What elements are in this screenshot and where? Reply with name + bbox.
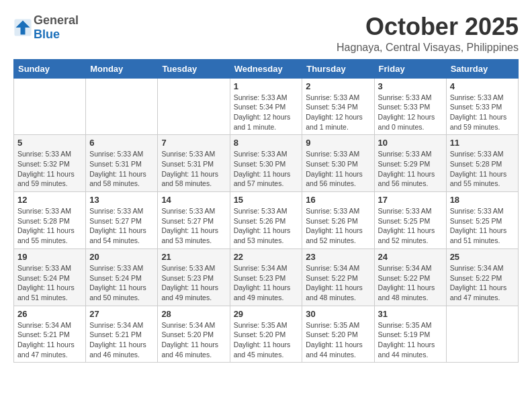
day-number: 26: [17, 309, 82, 319]
calendar-cell: 18Sunrise: 5:33 AM Sunset: 5:25 PM Dayli…: [446, 192, 518, 249]
day-number: 28: [161, 309, 226, 319]
calendar-cell: 21Sunrise: 5:33 AM Sunset: 5:23 PM Dayli…: [158, 248, 230, 306]
day-number: 9: [306, 138, 370, 148]
day-number: 7: [161, 138, 226, 148]
day-info: Sunrise: 5:33 AM Sunset: 5:30 PM Dayligh…: [306, 149, 370, 189]
day-info: Sunrise: 5:34 AM Sunset: 5:23 PM Dayligh…: [234, 263, 299, 303]
day-info: Sunrise: 5:35 AM Sunset: 5:19 PM Dayligh…: [378, 320, 443, 360]
day-number: 2: [306, 81, 370, 91]
day-info: Sunrise: 5:33 AM Sunset: 5:31 PM Dayligh…: [89, 149, 154, 189]
calendar-cell: 22Sunrise: 5:34 AM Sunset: 5:23 PM Dayli…: [230, 248, 302, 306]
calendar-cell: 30Sunrise: 5:35 AM Sunset: 5:20 PM Dayli…: [302, 306, 374, 363]
calendar-cell: 1Sunrise: 5:33 AM Sunset: 5:34 PM Daylig…: [230, 78, 302, 135]
day-info: Sunrise: 5:33 AM Sunset: 5:24 PM Dayligh…: [17, 263, 82, 303]
day-number: 18: [450, 195, 515, 205]
day-number: 11: [450, 138, 515, 148]
header-wednesday: Wednesday: [230, 59, 302, 78]
calendar-cell: 13Sunrise: 5:33 AM Sunset: 5:27 PM Dayli…: [86, 192, 158, 249]
calendar-cell: 27Sunrise: 5:34 AM Sunset: 5:21 PM Dayli…: [86, 306, 158, 363]
day-number: 16: [306, 195, 370, 205]
header-monday: Monday: [86, 59, 158, 78]
day-number: 5: [17, 138, 82, 148]
day-info: Sunrise: 5:34 AM Sunset: 5:20 PM Dayligh…: [161, 320, 226, 360]
day-info: Sunrise: 5:34 AM Sunset: 5:22 PM Dayligh…: [306, 263, 370, 303]
header: General Blue October 2025 Hagnaya, Centr…: [13, 13, 519, 54]
day-number: 30: [306, 309, 370, 319]
month-title: October 2025: [337, 13, 519, 40]
calendar-cell: 16Sunrise: 5:33 AM Sunset: 5:26 PM Dayli…: [302, 192, 374, 249]
day-number: 15: [234, 195, 299, 205]
day-info: Sunrise: 5:35 AM Sunset: 5:20 PM Dayligh…: [234, 320, 299, 360]
day-info: Sunrise: 5:34 AM Sunset: 5:22 PM Dayligh…: [450, 263, 515, 303]
calendar-cell: 11Sunrise: 5:33 AM Sunset: 5:28 PM Dayli…: [446, 135, 518, 192]
logo-blue-text: Blue: [34, 28, 60, 41]
day-info: Sunrise: 5:33 AM Sunset: 5:34 PM Dayligh…: [306, 93, 370, 132]
calendar-cell: 8Sunrise: 5:33 AM Sunset: 5:30 PM Daylig…: [230, 135, 302, 192]
day-info: Sunrise: 5:33 AM Sunset: 5:33 PM Dayligh…: [450, 93, 515, 132]
header-thursday: Thursday: [302, 59, 374, 78]
calendar-cell: 23Sunrise: 5:34 AM Sunset: 5:22 PM Dayli…: [302, 248, 374, 306]
calendar-cell: 26Sunrise: 5:34 AM Sunset: 5:21 PM Dayli…: [14, 306, 86, 363]
day-info: Sunrise: 5:33 AM Sunset: 5:29 PM Dayligh…: [378, 149, 443, 189]
day-number: 29: [234, 309, 299, 319]
day-number: 24: [378, 252, 443, 262]
calendar-cell: 17Sunrise: 5:33 AM Sunset: 5:25 PM Dayli…: [374, 192, 446, 249]
calendar-cell: 15Sunrise: 5:33 AM Sunset: 5:26 PM Dayli…: [230, 192, 302, 249]
day-info: Sunrise: 5:33 AM Sunset: 5:32 PM Dayligh…: [17, 149, 82, 189]
day-number: 10: [378, 138, 443, 148]
calendar-cell: 7Sunrise: 5:33 AM Sunset: 5:31 PM Daylig…: [158, 135, 230, 192]
day-number: 19: [17, 252, 82, 262]
calendar-cell: 3Sunrise: 5:33 AM Sunset: 5:33 PM Daylig…: [374, 78, 446, 135]
day-info: Sunrise: 5:33 AM Sunset: 5:26 PM Dayligh…: [234, 206, 299, 246]
calendar-week-row: 26Sunrise: 5:34 AM Sunset: 5:21 PM Dayli…: [14, 306, 519, 363]
day-number: 14: [161, 195, 226, 205]
calendar-cell: 2Sunrise: 5:33 AM Sunset: 5:34 PM Daylig…: [302, 78, 374, 135]
day-info: Sunrise: 5:33 AM Sunset: 5:25 PM Dayligh…: [450, 206, 515, 246]
day-info: Sunrise: 5:33 AM Sunset: 5:28 PM Dayligh…: [17, 206, 82, 246]
calendar-week-row: 5Sunrise: 5:33 AM Sunset: 5:32 PM Daylig…: [14, 135, 519, 192]
calendar-header-row: Sunday Monday Tuesday Wednesday Thursday…: [14, 59, 519, 78]
day-number: 22: [234, 252, 299, 262]
calendar-table: Sunday Monday Tuesday Wednesday Thursday…: [13, 59, 519, 363]
location-subtitle: Hagnaya, Central Visayas, Philippines: [337, 42, 519, 54]
calendar-cell: 9Sunrise: 5:33 AM Sunset: 5:30 PM Daylig…: [302, 135, 374, 192]
calendar-cell: [86, 78, 158, 135]
header-friday: Friday: [374, 59, 446, 78]
day-number: 21: [161, 252, 226, 262]
day-number: 20: [89, 252, 154, 262]
calendar-week-row: 12Sunrise: 5:33 AM Sunset: 5:28 PM Dayli…: [14, 192, 519, 249]
day-number: 31: [378, 309, 443, 319]
calendar-cell: 20Sunrise: 5:33 AM Sunset: 5:24 PM Dayli…: [86, 248, 158, 306]
day-info: Sunrise: 5:33 AM Sunset: 5:25 PM Dayligh…: [378, 206, 443, 246]
day-info: Sunrise: 5:33 AM Sunset: 5:27 PM Dayligh…: [89, 206, 154, 246]
day-number: 25: [450, 252, 515, 262]
day-info: Sunrise: 5:33 AM Sunset: 5:24 PM Dayligh…: [89, 263, 154, 303]
day-info: Sunrise: 5:34 AM Sunset: 5:21 PM Dayligh…: [89, 320, 154, 360]
calendar-cell: 6Sunrise: 5:33 AM Sunset: 5:31 PM Daylig…: [86, 135, 158, 192]
calendar-cell: 29Sunrise: 5:35 AM Sunset: 5:20 PM Dayli…: [230, 306, 302, 363]
calendar-week-row: 19Sunrise: 5:33 AM Sunset: 5:24 PM Dayli…: [14, 248, 519, 306]
day-info: Sunrise: 5:33 AM Sunset: 5:34 PM Dayligh…: [234, 93, 299, 132]
calendar-cell: 25Sunrise: 5:34 AM Sunset: 5:22 PM Dayli…: [446, 248, 518, 306]
day-info: Sunrise: 5:33 AM Sunset: 5:27 PM Dayligh…: [161, 206, 226, 246]
calendar-cell: 5Sunrise: 5:33 AM Sunset: 5:32 PM Daylig…: [14, 135, 86, 192]
calendar-cell: [158, 78, 230, 135]
day-number: 4: [450, 81, 515, 91]
calendar-cell: 19Sunrise: 5:33 AM Sunset: 5:24 PM Dayli…: [14, 248, 86, 306]
day-info: Sunrise: 5:33 AM Sunset: 5:33 PM Dayligh…: [378, 93, 443, 132]
day-number: 6: [89, 138, 154, 148]
calendar-cell: 12Sunrise: 5:33 AM Sunset: 5:28 PM Dayli…: [14, 192, 86, 249]
calendar-cell: 14Sunrise: 5:33 AM Sunset: 5:27 PM Dayli…: [158, 192, 230, 249]
day-info: Sunrise: 5:33 AM Sunset: 5:31 PM Dayligh…: [161, 149, 226, 189]
day-info: Sunrise: 5:33 AM Sunset: 5:28 PM Dayligh…: [450, 149, 515, 189]
calendar-cell: 31Sunrise: 5:35 AM Sunset: 5:19 PM Dayli…: [374, 306, 446, 363]
calendar-cell: 10Sunrise: 5:33 AM Sunset: 5:29 PM Dayli…: [374, 135, 446, 192]
header-sunday: Sunday: [14, 59, 86, 78]
header-tuesday: Tuesday: [158, 59, 230, 78]
day-number: 17: [378, 195, 443, 205]
day-info: Sunrise: 5:34 AM Sunset: 5:21 PM Dayligh…: [17, 320, 82, 360]
logo-icon: [13, 18, 32, 37]
day-number: 23: [306, 252, 370, 262]
calendar-week-row: 1Sunrise: 5:33 AM Sunset: 5:34 PM Daylig…: [14, 78, 519, 135]
day-number: 3: [378, 81, 443, 91]
